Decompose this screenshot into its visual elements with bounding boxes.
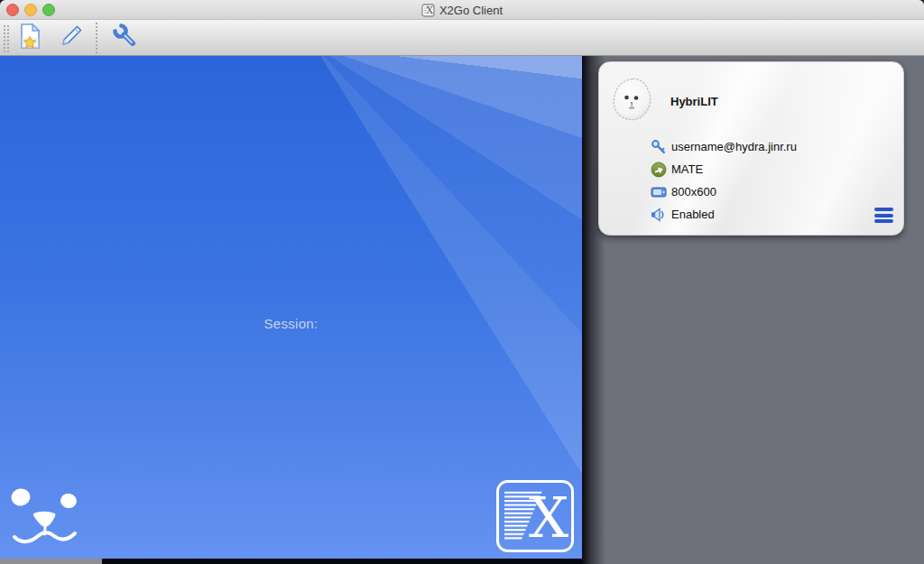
- session-workspace: Session: X: [0, 56, 582, 559]
- new-session-button[interactable]: [14, 23, 45, 53]
- seal-face: [9, 485, 81, 549]
- new-session-icon: [16, 22, 43, 54]
- x2go-client-window: X X2Go Client: [0, 0, 924, 564]
- settings-button[interactable]: [109, 23, 140, 53]
- session-label: Session:: [0, 316, 582, 331]
- sound-icon: [651, 207, 670, 223]
- session-card-hybrilit[interactable]: HybriLIT username@hydra.jinr.ru: [598, 61, 904, 236]
- desktop-edge-black: [102, 559, 582, 564]
- session-type: MATE: [671, 162, 703, 176]
- session-list-panel: HybriLIT username@hydra.jinr.ru: [582, 56, 924, 564]
- svg-text:X: X: [427, 5, 434, 15]
- hamburger-menu-icon[interactable]: [874, 208, 893, 223]
- desktop-edge-strip: [0, 559, 582, 564]
- desktop-edge-gray: [0, 559, 102, 564]
- toolbar: [0, 20, 924, 56]
- toolbar-drag-handle[interactable]: [2, 23, 9, 52]
- session-sound: Enabled: [671, 208, 715, 221]
- session-name: HybriLIT: [670, 95, 718, 108]
- session-card-details: username@hydra.jinr.ru: [651, 135, 797, 226]
- session-type-row: MATE: [651, 158, 797, 180]
- key-icon: [651, 139, 670, 155]
- x2go-logo: X: [495, 479, 575, 553]
- settings-icon: [111, 23, 138, 53]
- session-resolution: 800x600: [671, 185, 716, 199]
- edit-session-button[interactable]: [56, 23, 87, 53]
- display-icon: [651, 184, 670, 200]
- session-resolution-row: 800x600: [651, 180, 797, 203]
- titlebar: X X2Go Client: [0, 0, 924, 20]
- session-type-icon: [651, 162, 670, 178]
- session-sound-row: Enabled: [651, 203, 797, 226]
- window-title-container: X X2Go Client: [0, 0, 924, 20]
- svg-text:X: X: [529, 485, 568, 550]
- session-host-row: username@hydra.jinr.ru: [651, 135, 797, 158]
- seal-mascot-icon: [612, 77, 653, 122]
- window-title: X2Go Client: [439, 4, 503, 17]
- session-host: username@hydra.jinr.ru: [671, 140, 797, 153]
- edit-session-icon: [58, 23, 85, 53]
- toolbar-separator: [96, 23, 98, 53]
- x2go-mini-logo-icon: X: [421, 4, 435, 17]
